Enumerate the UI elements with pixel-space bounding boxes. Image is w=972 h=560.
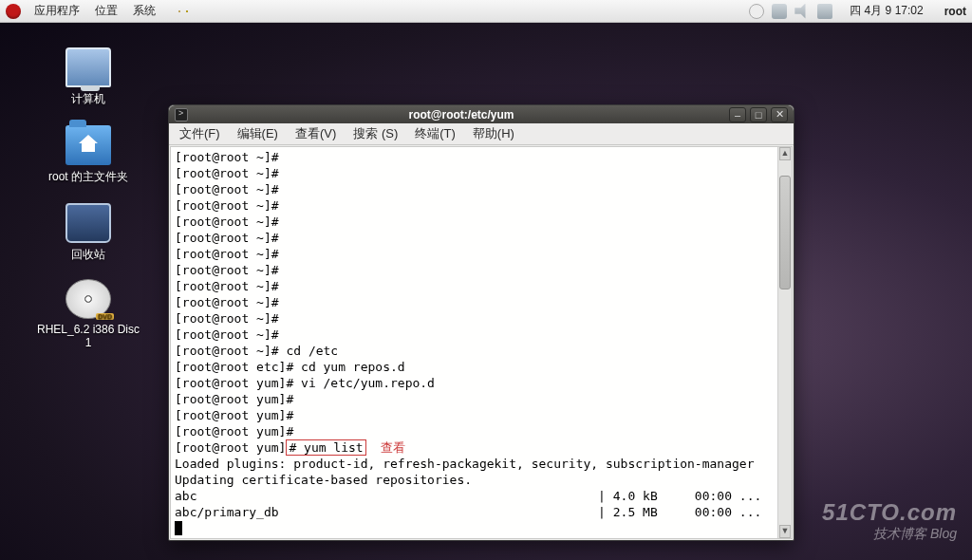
- clock[interactable]: 四 4月 9 17:02: [850, 3, 923, 19]
- menu-edit[interactable]: 编辑(E): [229, 123, 287, 144]
- maximize-button[interactable]: □: [750, 107, 767, 122]
- close-button[interactable]: ✕: [771, 107, 788, 122]
- user-menu[interactable]: root: [944, 5, 966, 18]
- menu-search[interactable]: 搜索 (S): [345, 123, 406, 144]
- terminal-menubar: 文件(F) 编辑(E) 查看(V) 搜索 (S) 终端(T) 帮助(H): [169, 123, 794, 145]
- desktop-icon-label: root 的主文件夹: [36, 169, 140, 185]
- top-panel: 应用程序 位置 系统 四 4月 9 17:02 root: [0, 0, 972, 23]
- terminal-window: root@root:/etc/yum – □ ✕ 文件(F) 编辑(E) 查看(…: [168, 104, 794, 541]
- notes-launcher-icon[interactable]: [186, 10, 188, 12]
- redhat-logo-icon: [6, 4, 21, 19]
- scroll-down-button[interactable]: ▼: [779, 525, 791, 538]
- highlighted-command: # yum list: [286, 439, 365, 456]
- terminal-output[interactable]: [root@root ~]# [root@root ~]# [root@root…: [171, 147, 777, 538]
- system-tray: 四 4月 9 17:02 root: [749, 3, 966, 19]
- desktop-icon-home[interactable]: root 的主文件夹: [36, 125, 140, 185]
- dvd-disc-icon: [65, 279, 111, 319]
- scroll-up-button[interactable]: ▲: [779, 147, 791, 160]
- terminal-body[interactable]: [root@root ~]# [root@root ~]# [root@root…: [170, 146, 793, 539]
- terminal-scrollbar[interactable]: ▲ ▼: [777, 147, 792, 538]
- window-title: root@root:/etc/yum: [194, 108, 729, 121]
- scroll-thumb[interactable]: [779, 176, 791, 289]
- desktop-icon-label: RHEL_6.2 i386 Disc 1: [36, 323, 140, 349]
- menu-terminal[interactable]: 终端(T): [406, 123, 464, 144]
- minimize-button[interactable]: –: [729, 107, 746, 122]
- home-folder-icon: [65, 125, 111, 165]
- computer-icon: [65, 47, 111, 87]
- menu-help[interactable]: 帮助(H): [464, 123, 523, 144]
- terminal-app-icon: [175, 108, 188, 121]
- window-titlebar[interactable]: root@root:/etc/yum – □ ✕: [169, 105, 794, 123]
- menu-system[interactable]: 系统: [125, 3, 163, 19]
- menu-view[interactable]: 查看(V): [287, 123, 345, 144]
- trash-icon: [65, 203, 111, 243]
- desktop-icon-label: 回收站: [36, 247, 140, 263]
- mail-launcher-icon[interactable]: [178, 10, 180, 12]
- disk-tray-icon[interactable]: [772, 4, 787, 19]
- annotation-label: 查看: [381, 440, 405, 455]
- volume-icon[interactable]: [794, 4, 810, 19]
- desktop-icon-label: 计算机: [36, 91, 140, 107]
- desktop-icon-disc[interactable]: RHEL_6.2 i386 Disc 1: [36, 279, 140, 349]
- menu-applications[interactable]: 应用程序: [27, 3, 87, 19]
- terminal-cursor: [175, 521, 182, 535]
- desktop-icon-computer[interactable]: 计算机: [36, 47, 140, 107]
- desktop-icon-trash[interactable]: 回收站: [36, 203, 140, 263]
- menu-file[interactable]: 文件(F): [171, 123, 229, 144]
- menu-places[interactable]: 位置: [87, 3, 125, 19]
- network-icon[interactable]: [817, 4, 832, 19]
- system-monitor-icon[interactable]: [749, 4, 764, 19]
